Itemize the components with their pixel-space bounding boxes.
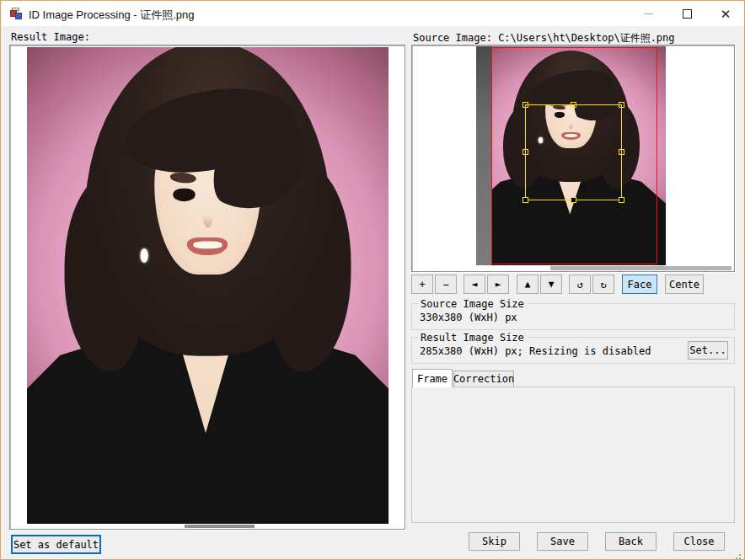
move-right-button[interactable]: ► [487, 275, 509, 294]
frame-tab-panel [411, 387, 735, 523]
result-size-value: 285x380 (WxH) px; Resizing is disabled [420, 345, 651, 357]
result-image-panel [9, 45, 405, 530]
face-button-label: Face [628, 279, 652, 291]
app-icon [10, 8, 23, 19]
plus-icon: + [419, 279, 425, 291]
crop-handle-bottom-right[interactable] [619, 197, 624, 203]
back-button[interactable]: Back [605, 532, 657, 551]
arrow-right-icon: ► [496, 280, 501, 289]
save-button[interactable]: Save [537, 532, 588, 551]
crop-handle-bottom-center[interactable] [571, 197, 576, 203]
result-size-title: Result Image Size [418, 332, 527, 344]
face-button[interactable]: Face [622, 275, 657, 294]
arrow-down-icon: ▼ [549, 280, 555, 289]
center-button-label: Cente [669, 279, 699, 291]
zoom-out-button[interactable]: − [435, 275, 457, 294]
arrow-left-icon: ◄ [472, 280, 478, 289]
tab-frame-label: Frame [417, 373, 448, 385]
move-down-button[interactable]: ▼ [540, 275, 562, 294]
skip-button[interactable]: Skip [469, 532, 520, 551]
set-as-default-label: Set as default [13, 539, 99, 551]
tab-frame[interactable]: Frame [412, 369, 453, 387]
rotate-cw-button[interactable]: ↻ [592, 275, 614, 294]
set-size-button-label: Set... [689, 344, 726, 356]
move-left-button[interactable]: ◄ [464, 275, 485, 294]
result-image-label: Result Image: [11, 31, 90, 43]
source-image-photo [476, 46, 666, 265]
minimize-icon [644, 13, 653, 14]
app-window: ID Image Processing - 证件照.png ✕ Result I… [0, 0, 745, 560]
source-size-title: Source Image Size [418, 298, 527, 310]
source-image-label: Source Image: C:\Users\ht\Desktop\证件照.pn… [413, 31, 675, 45]
crop-frame[interactable] [525, 104, 622, 200]
rotate-ccw-button[interactable]: ↺ [569, 275, 591, 294]
crop-handle-top-left[interactable] [523, 102, 528, 108]
rotate-cw-icon: ↻ [600, 279, 606, 291]
crop-handle-mid-left[interactable] [523, 149, 528, 155]
titlebar: ID Image Processing - 证件照.png ✕ [2, 1, 745, 26]
zoom-in-button[interactable]: + [411, 275, 433, 294]
result-horizontal-scrollbar[interactable] [185, 525, 255, 528]
maximize-button[interactable] [667, 1, 706, 26]
minus-icon: − [442, 279, 448, 291]
close-dialog-label: Close [683, 536, 714, 547]
center-button[interactable]: Cente [665, 275, 704, 294]
save-button-label: Save [550, 536, 575, 547]
tab-correction-label: Correction [453, 373, 514, 385]
resize-grip-icon[interactable] [739, 554, 741, 556]
move-up-button[interactable]: ▲ [517, 275, 539, 294]
close-dialog-button[interactable]: Close [673, 532, 725, 551]
rotate-ccw-icon: ↺ [576, 279, 582, 291]
window-title: ID Image Processing - 证件照.png [29, 8, 195, 23]
set-as-default-button[interactable]: Set as default [11, 535, 101, 554]
maximize-icon [683, 9, 692, 19]
close-icon: ✕ [721, 8, 732, 20]
source-horizontal-scrollbar[interactable] [550, 266, 732, 270]
result-image-photo [27, 47, 389, 524]
portrait-result [27, 47, 389, 524]
back-button-label: Back [619, 536, 643, 547]
crop-handle-top-center[interactable] [571, 102, 576, 108]
source-image-margin [476, 46, 491, 265]
source-image-panel [411, 45, 735, 272]
source-size-value: 330x380 (WxH) px [420, 312, 517, 323]
tab-correction[interactable]: Correction [453, 371, 514, 387]
crop-handle-top-right[interactable] [619, 102, 624, 108]
skip-button-label: Skip [482, 536, 506, 547]
arrow-up-icon: ▲ [525, 280, 531, 289]
crop-handle-mid-right[interactable] [619, 149, 624, 155]
close-button[interactable]: ✕ [706, 1, 745, 26]
crop-handle-bottom-left[interactable] [523, 197, 528, 203]
minimize-button[interactable] [629, 1, 667, 26]
set-size-button[interactable]: Set... [688, 341, 728, 360]
